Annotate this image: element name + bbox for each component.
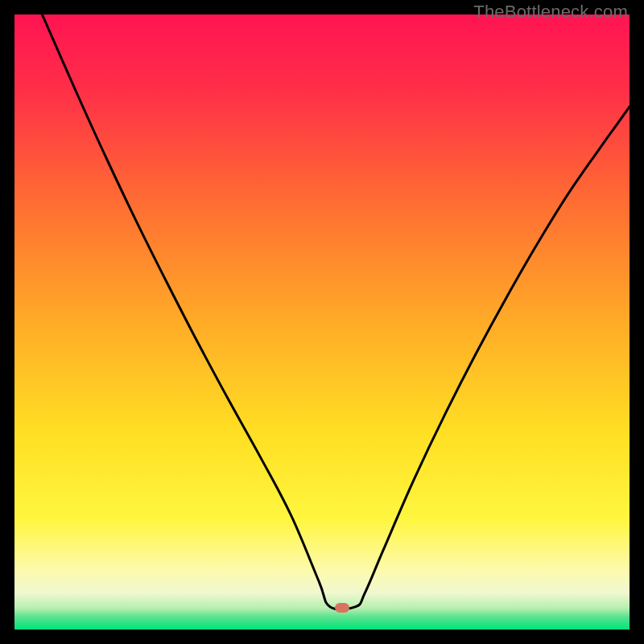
optimum-marker bbox=[335, 603, 349, 613]
chart-svg bbox=[14, 14, 630, 630]
chart-frame bbox=[14, 14, 630, 630]
watermark-text: TheBottleneck.com bbox=[473, 2, 628, 23]
gradient-background bbox=[14, 14, 630, 630]
